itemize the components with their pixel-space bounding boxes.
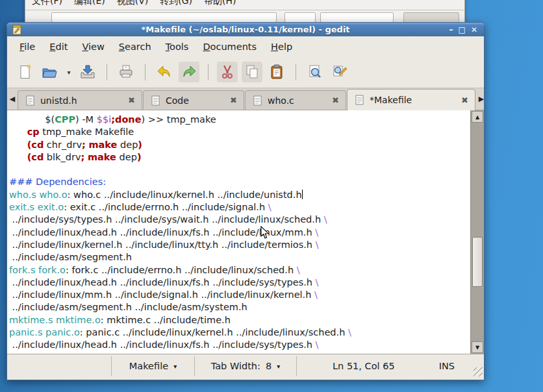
find-replace-icon: [331, 64, 348, 80]
menu-help[interactable]: Help: [265, 40, 298, 53]
background-field[interactable]: [320, 12, 394, 23]
code-line: mktime.s mktime.o: mktime.c ../include/t…: [9, 314, 470, 326]
tab-label: who.c: [268, 95, 294, 106]
code-line: fork.s fork.o: fork.c ../include/errno.h…: [9, 264, 470, 276]
code-line: ../include/asm/segment.h: [9, 251, 470, 263]
background-menubar: 文件(F)编辑(E)视图(V)转到(G)帮助(H): [25, 0, 464, 10]
background-toolbar: [25, 10, 464, 23]
status-bar: Makefile ▾ Tab Width: 8 ▾ Ln 51, Col 65 …: [7, 354, 484, 378]
language-selector[interactable]: Makefile ▾: [112, 361, 194, 371]
chevron-down-icon: ▾: [277, 363, 280, 370]
menu-search[interactable]: Search: [113, 40, 157, 53]
background-small-field[interactable]: [284, 12, 316, 23]
code-line: ../include/linux/head.h ../include/linux…: [9, 276, 470, 289]
redo-button[interactable]: [179, 62, 199, 82]
print-button[interactable]: [116, 62, 136, 82]
background-menu-item[interactable]: 文件(F): [32, 0, 62, 7]
menubar: FileEditViewSearchToolsDocumentsHelp: [7, 36, 484, 56]
document-icon: [26, 95, 34, 106]
cut-icon: [219, 64, 236, 80]
background-menu-item[interactable]: 视图(V): [117, 0, 149, 7]
paste-icon: [268, 64, 285, 80]
tab-close-icon[interactable]: ✖: [447, 95, 468, 105]
code-line: (cd chr_drv; make dep): [9, 139, 470, 151]
cursor-position: Ln 51, Col 65: [333, 361, 395, 371]
text-caret: [302, 190, 303, 199]
code-line: ../include/linux/head.h ../include/linux…: [9, 339, 470, 351]
background-window: 文件(F)编辑(E)视图(V)转到(G)帮助(H): [25, 0, 465, 23]
background-menu-item[interactable]: 帮助(H): [204, 0, 236, 7]
save-button[interactable]: [77, 62, 98, 82]
toolbar: ▾: [7, 56, 484, 88]
chevron-down-icon: ▾: [173, 363, 177, 370]
cut-button[interactable]: [217, 62, 238, 82]
undo-icon: [156, 64, 173, 80]
vertical-scrollbar[interactable]: ▲ ▼: [470, 110, 484, 354]
background-menu-item[interactable]: 转到(G): [160, 0, 192, 7]
menu-view[interactable]: View: [76, 40, 110, 53]
editor-area[interactable]: $(CPP) -M $$i;done) >> tmp_make cp tmp_m…: [7, 110, 484, 354]
tab-who.c[interactable]: who.c✖: [245, 90, 346, 110]
new-document-button[interactable]: [15, 62, 36, 82]
code-line: ### Dependencies:: [9, 176, 470, 188]
input-mode: INS: [439, 361, 455, 371]
code-line: ../include/sys/types.h ../include/sys/wa…: [9, 214, 470, 226]
tab-close-icon[interactable]: ✖: [114, 95, 135, 105]
tab-width-value: 8: [266, 361, 272, 371]
close-button[interactable]: ✕: [471, 24, 477, 36]
tab-width-selector[interactable]: Tab Width: 8 ▾: [195, 361, 296, 371]
mouse-pointer: [260, 226, 270, 239]
tab-unistd.h[interactable]: unistd.h✖: [18, 90, 142, 110]
code-line: ../include/asm/segment.h ../include/asm/…: [9, 301, 470, 313]
tab-bar: ◀ unistd.h✖Code✖who.c✖*Makefile✖ ▶: [7, 88, 484, 110]
find-button[interactable]: [305, 62, 325, 82]
print-icon: [118, 64, 134, 80]
code-line: exit.s exit.o: exit.c ../include/errno.h…: [9, 201, 470, 214]
tab-scroll-left-icon[interactable]: ◀: [7, 88, 18, 110]
code-line: (cd blk_drv; make dep): [9, 151, 470, 164]
code-line: ../include/linux/kernel.h ../include/lin…: [9, 239, 470, 251]
tab-scroll-right-icon[interactable]: ▶: [476, 88, 485, 110]
copy-button[interactable]: [242, 62, 262, 82]
background-menu-item[interactable]: 编辑(E): [74, 0, 105, 7]
background-input-field[interactable]: [51, 12, 277, 23]
toolbar-separator: [208, 64, 208, 80]
resize-grip[interactable]: [474, 367, 483, 376]
find-replace-button[interactable]: [329, 62, 350, 82]
document-icon: [253, 95, 262, 106]
toolbar-separator: [296, 64, 296, 80]
save-icon: [79, 64, 96, 80]
scroll-up-icon[interactable]: ▲: [472, 111, 483, 123]
open-button[interactable]: [40, 62, 60, 82]
gedit-window: *Makefile (~/oslab/linux-0.11/kernel) - …: [6, 22, 485, 380]
background-button[interactable]: [403, 12, 459, 23]
menu-file[interactable]: File: [14, 40, 41, 53]
menu-documents[interactable]: Documents: [197, 40, 262, 53]
tab-close-icon[interactable]: ✖: [318, 95, 339, 105]
paste-button[interactable]: [266, 62, 287, 82]
undo-button[interactable]: [154, 62, 175, 82]
tab-makefile[interactable]: *Makefile✖: [347, 89, 475, 110]
code-line: $(CPP) -M $$i;done) >> tmp_make: [9, 114, 470, 126]
tab-width-label: Tab Width:: [211, 361, 260, 371]
minimize-button[interactable]: –: [449, 24, 453, 36]
open-dropdown-icon[interactable]: ▾: [64, 62, 73, 82]
tab-label: unistd.h: [40, 95, 77, 106]
new-document-icon: [18, 64, 33, 80]
document-icon: [355, 95, 364, 105]
find-icon: [307, 64, 323, 80]
code-line: panic.s panic.o: panic.c ../include/linu…: [9, 326, 470, 339]
tab-code[interactable]: Code✖: [143, 90, 244, 110]
tab-label: *Makefile: [370, 95, 412, 105]
code-line: who.s who.o: who.c ../include/linux/kern…: [9, 189, 470, 201]
maximize-button[interactable]: □: [459, 24, 466, 36]
tab-close-icon[interactable]: ✖: [216, 95, 237, 105]
scrollbar-thumb[interactable]: [472, 237, 483, 287]
titlebar[interactable]: *Makefile (~/oslab/linux-0.11/kernel) - …: [7, 23, 484, 36]
code-line: [9, 164, 470, 176]
copy-icon: [244, 64, 260, 80]
code-line: ../include/linux/head.h ../include/linux…: [9, 227, 470, 239]
scroll-down-icon[interactable]: ▼: [472, 341, 483, 353]
menu-edit[interactable]: Edit: [44, 40, 73, 53]
menu-tools[interactable]: Tools: [160, 40, 195, 53]
